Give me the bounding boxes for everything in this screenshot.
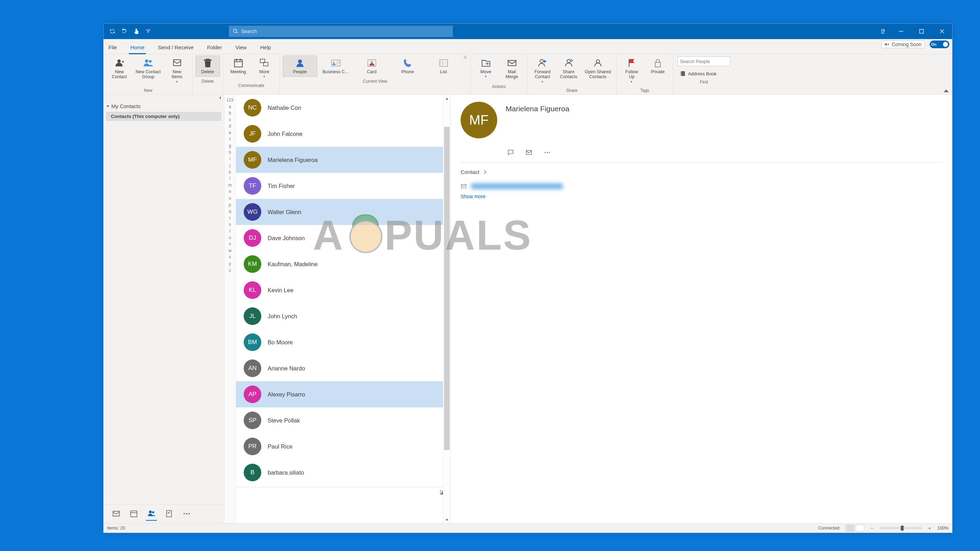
contact-item[interactable]: NCNathalie Con xyxy=(236,95,450,121)
coming-soon-badge[interactable]: Coming Soon xyxy=(881,40,925,48)
contact-item[interactable]: PRPaul Rice xyxy=(236,433,450,459)
module-people[interactable] xyxy=(146,508,157,521)
private-button[interactable]: Private xyxy=(646,56,670,77)
contact-item[interactable]: JFJohn Falcone xyxy=(236,121,450,147)
maximize-button[interactable] xyxy=(912,24,932,39)
alpha-y[interactable]: y xyxy=(224,260,235,267)
open-shared-contacts-button[interactable]: Open Shared Contacts xyxy=(582,56,613,82)
module-more[interactable] xyxy=(181,508,192,520)
new-contact-group-button[interactable]: New Contact Group xyxy=(133,56,163,82)
module-calendar[interactable] xyxy=(128,508,140,520)
tab-file[interactable]: File xyxy=(107,43,118,54)
scroll-down-icon[interactable]: ▼ xyxy=(443,516,450,523)
alpha-m[interactable]: m xyxy=(224,182,235,189)
alpha-u[interactable]: u xyxy=(224,235,235,241)
tab-view[interactable]: View xyxy=(234,43,248,54)
alpha-d[interactable]: d xyxy=(224,123,235,130)
contact-item[interactable]: WGWalter Glenn xyxy=(236,199,450,225)
contact-scrollbar[interactable]: ▲ ▼ xyxy=(443,95,450,523)
chat-action-icon[interactable] xyxy=(506,148,515,157)
alpha-r[interactable]: r xyxy=(224,215,235,221)
alpha-e[interactable]: e xyxy=(224,130,235,136)
alpha-a[interactable]: a xyxy=(224,103,235,110)
contact-section-header[interactable]: Contact xyxy=(461,169,942,175)
search-people-input[interactable]: Search People xyxy=(678,56,730,66)
contact-item[interactable]: MFMarielena Figueroa xyxy=(236,147,450,173)
my-contacts-header[interactable]: My Contacts xyxy=(103,101,224,111)
tab-send-receive[interactable]: Send / Receive xyxy=(156,43,195,54)
contact-item[interactable]: ANArianne Nardo xyxy=(236,355,450,381)
view-list-button[interactable]: List xyxy=(426,56,461,77)
folder-pane-collapse[interactable] xyxy=(103,95,224,101)
search-bar[interactable]: Search xyxy=(229,26,453,37)
minimize-button[interactable] xyxy=(891,24,912,39)
forward-contact-button[interactable]: Forward Contact ▾ xyxy=(530,56,555,86)
alpha-123[interactable]: 123 xyxy=(224,97,235,103)
view-phone-button[interactable]: Phone xyxy=(391,56,425,77)
alpha-n[interactable]: n xyxy=(224,188,235,195)
scroll-up-icon[interactable]: ▲ xyxy=(443,95,450,102)
contact-item[interactable]: KLKevin Lee xyxy=(236,277,450,303)
address-book-button[interactable]: Address Book xyxy=(678,70,719,78)
alpha-o[interactable]: o xyxy=(224,195,235,202)
contact-item[interactable]: BMBo Moore xyxy=(236,329,450,355)
ribbon-collapse-button[interactable] xyxy=(942,88,950,94)
tab-help[interactable]: Help xyxy=(259,43,272,54)
alpha-x[interactable]: x xyxy=(224,254,235,260)
new-contact-button[interactable]: New Contact xyxy=(107,56,132,82)
module-mail[interactable] xyxy=(111,508,122,520)
email-action-icon[interactable] xyxy=(524,148,534,157)
gallery-expand-button[interactable] xyxy=(462,56,468,60)
delete-button[interactable]: Delete xyxy=(196,56,220,77)
sync-all-icon[interactable] xyxy=(108,26,117,37)
undo-icon[interactable] xyxy=(120,26,129,37)
zoom-slider[interactable] xyxy=(880,527,922,529)
mail-merge-button[interactable]: Mail Merge xyxy=(500,56,524,82)
view-people-button[interactable]: People xyxy=(283,56,317,77)
more-action-icon[interactable] xyxy=(542,148,552,157)
contact-item[interactable]: APAlexey Pisarro xyxy=(236,381,450,407)
follow-up-button[interactable]: Follow Up ▾ xyxy=(619,56,644,86)
alpha-p[interactable]: p xyxy=(224,202,235,208)
share-contacts-button[interactable]: Share Contacts xyxy=(556,56,581,82)
new-items-button[interactable]: New Items ▾ xyxy=(165,56,189,86)
meeting-button[interactable]: Meeting xyxy=(226,56,251,77)
status-view-reading[interactable] xyxy=(856,525,864,532)
show-more-link[interactable]: Show more xyxy=(461,194,942,199)
alpha-v[interactable]: v xyxy=(224,241,235,248)
alpha-b[interactable]: b xyxy=(224,110,235,116)
alpha-z[interactable]: z xyxy=(224,267,235,274)
folder-this-computer[interactable]: Contacts (This computer only) xyxy=(107,112,221,121)
more-communicate-button[interactable]: More ▾ xyxy=(252,56,277,81)
touch-mode-icon[interactable] xyxy=(132,26,141,37)
alpha-k[interactable]: k xyxy=(224,169,235,176)
alpha-c[interactable]: c xyxy=(224,116,235,123)
alpha-s[interactable]: s xyxy=(224,221,235,228)
coming-soon-toggle[interactable]: On xyxy=(930,40,949,48)
close-button[interactable] xyxy=(932,24,952,39)
alpha-j[interactable]: j xyxy=(224,162,235,169)
alpha-t[interactable]: t xyxy=(224,228,235,235)
view-business-card-button[interactable]: Business C… xyxy=(319,56,353,77)
alpha-q[interactable]: q xyxy=(224,208,235,215)
contact-item[interactable]: SPSteve Pollak xyxy=(236,407,450,433)
contact-item[interactable]: Bbarbara.siliato xyxy=(236,459,450,486)
qat-dropdown-icon[interactable] xyxy=(144,26,153,37)
alphabet-index[interactable]: 123abcdefghijklmnopqrstuvwxyz xyxy=(224,95,236,523)
contact-item[interactable]: KMKaufman, Madeline xyxy=(236,251,450,277)
alpha-g[interactable]: g xyxy=(224,143,235,149)
zoom-in-icon[interactable]: + xyxy=(928,525,931,531)
status-view-normal[interactable] xyxy=(846,525,854,532)
alpha-h[interactable]: h xyxy=(224,149,235,156)
show-in-new-window-icon[interactable] xyxy=(875,24,891,39)
contact-item[interactable]: JLJohn Lynch xyxy=(236,303,450,329)
zoom-out-icon[interactable]: − xyxy=(870,525,873,531)
move-button[interactable]: Move ▾ xyxy=(474,56,498,81)
alpha-f[interactable]: f xyxy=(224,136,235,143)
contact-item[interactable]: TFTim Fisher xyxy=(236,173,450,199)
contact-item[interactable]: DJDave Johnson xyxy=(236,225,450,251)
alpha-i[interactable]: i xyxy=(224,156,235,162)
view-card-button[interactable]: Card xyxy=(355,56,389,77)
tab-folder[interactable]: Folder xyxy=(206,43,224,54)
alpha-w[interactable]: w xyxy=(224,248,235,254)
